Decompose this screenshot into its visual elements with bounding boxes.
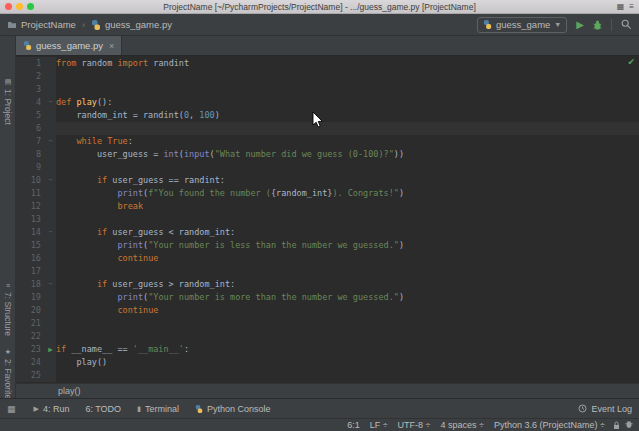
code-line-12[interactable]: 12 break: [16, 200, 639, 213]
lock-icon[interactable]: [613, 421, 620, 430]
breadcrumb-project[interactable]: ProjectName: [21, 19, 76, 30]
code-text[interactable]: random_int = randint(0, 100): [56, 109, 639, 122]
line-number[interactable]: 20: [16, 304, 45, 317]
code-editor[interactable]: 1from random import randint234−def play(…: [16, 56, 639, 383]
code-text[interactable]: if __name__ == '__main__':: [56, 343, 639, 356]
fold-marker-icon[interactable]: −: [45, 226, 56, 239]
sidebar-item-structure[interactable]: ≡ 7: Structure: [0, 282, 16, 336]
code-text[interactable]: [56, 330, 639, 343]
code-text[interactable]: if user_guess == randint:: [56, 174, 639, 187]
code-text[interactable]: print(f"You found the number ({random_in…: [56, 187, 639, 200]
line-number[interactable]: 22: [16, 330, 45, 343]
line-number[interactable]: 19: [16, 291, 45, 304]
code-line-9[interactable]: 9: [16, 161, 639, 174]
line-number[interactable]: 5: [16, 109, 45, 122]
code-line-11[interactable]: 11 print(f"You found the number ({random…: [16, 187, 639, 200]
code-line-1[interactable]: 1from random import randint: [16, 57, 639, 70]
run-configuration-select[interactable]: guess_game ▼: [477, 17, 567, 33]
line-number[interactable]: 12: [16, 200, 45, 213]
toolwindow-switcher-icon[interactable]: ▦: [7, 404, 16, 414]
code-line-19[interactable]: 19 print("Your number is more than the n…: [16, 291, 639, 304]
scope-breadcrumb[interactable]: play(): [58, 386, 81, 396]
code-text[interactable]: if user_guess > random_int:: [56, 278, 639, 291]
code-text[interactable]: user_guess = int(input("What number did …: [56, 148, 639, 161]
code-text[interactable]: if user_guess < random_int:: [56, 226, 639, 239]
code-text[interactable]: [56, 265, 639, 278]
line-number[interactable]: 6: [16, 122, 45, 135]
line-number[interactable]: 1: [16, 57, 45, 70]
code-text[interactable]: print("Your number is more than the numb…: [56, 291, 639, 304]
caret-position-widget[interactable]: 6:1: [347, 420, 360, 430]
code-text[interactable]: play(): [56, 356, 639, 369]
code-line-3[interactable]: 3: [16, 83, 639, 96]
line-number[interactable]: 16: [16, 252, 45, 265]
line-number[interactable]: 23: [16, 343, 45, 356]
code-line-18[interactable]: 18− if user_guess > random_int:: [16, 278, 639, 291]
line-number[interactable]: 4: [16, 96, 45, 109]
code-text[interactable]: [56, 213, 639, 226]
code-text[interactable]: def play():: [56, 96, 639, 109]
code-line-6[interactable]: 6: [16, 122, 639, 135]
code-text[interactable]: [56, 161, 639, 174]
line-number[interactable]: 14: [16, 226, 45, 239]
code-line-20[interactable]: 20 continue: [16, 304, 639, 317]
code-text[interactable]: from random import randint: [56, 57, 639, 70]
close-tab-icon[interactable]: ×: [107, 41, 114, 51]
code-line-16[interactable]: 16 continue: [16, 252, 639, 265]
toolwindow-button-terminal[interactable]: ▮ Terminal: [137, 404, 179, 414]
close-window-button[interactable]: [5, 3, 12, 10]
toolwindow-button-run[interactable]: ▶ 4: Run: [34, 404, 70, 414]
code-text[interactable]: [56, 317, 639, 330]
sidebar-item-project[interactable]: ▤ 1: Project: [0, 78, 16, 125]
code-line-2[interactable]: 2: [16, 70, 639, 83]
tab-guess-game[interactable]: guess_game.py ×: [16, 36, 122, 55]
indent-widget[interactable]: 4 spaces ÷: [441, 420, 484, 430]
code-line-14[interactable]: 14− if user_guess < random_int:: [16, 226, 639, 239]
code-line-13[interactable]: 13: [16, 213, 639, 226]
code-line-25[interactable]: 25: [16, 369, 639, 382]
code-text[interactable]: continue: [56, 304, 639, 317]
run-button[interactable]: ▶: [576, 20, 584, 30]
fold-marker-icon[interactable]: −: [45, 174, 56, 187]
line-number[interactable]: 9: [16, 161, 45, 174]
code-line-23[interactable]: 23▶if __name__ == '__main__':: [16, 343, 639, 356]
debug-button[interactable]: [593, 20, 602, 30]
line-number[interactable]: 18: [16, 278, 45, 291]
code-line-22[interactable]: 22: [16, 330, 639, 343]
hector-inspections-icon[interactable]: [625, 421, 633, 430]
toolwindow-button-event-log[interactable]: Event Log: [578, 404, 632, 414]
code-line-15[interactable]: 15 print("Your number is less than the n…: [16, 239, 639, 252]
line-number[interactable]: 24: [16, 356, 45, 369]
toolwindow-button-python-console[interactable]: Python Console: [195, 404, 271, 414]
line-number[interactable]: 8: [16, 148, 45, 161]
minimize-window-button[interactable]: [16, 3, 23, 10]
line-number[interactable]: 7: [16, 135, 45, 148]
breadcrumb-file[interactable]: guess_game.py: [105, 19, 172, 30]
code-text[interactable]: while True:: [56, 135, 639, 148]
zoom-window-button[interactable]: [27, 3, 34, 10]
line-number[interactable]: 15: [16, 239, 45, 252]
code-text[interactable]: [56, 369, 639, 382]
run-gutter-icon[interactable]: ▶: [45, 343, 56, 356]
sidebar-item-favorites[interactable]: ★ 2: Favorites: [0, 348, 16, 403]
fold-marker-icon[interactable]: −: [45, 278, 56, 291]
line-number[interactable]: 21: [16, 317, 45, 330]
code-text[interactable]: [56, 70, 639, 83]
code-line-4[interactable]: 4−def play():: [16, 96, 639, 109]
line-number[interactable]: 2: [16, 70, 45, 83]
line-number[interactable]: 17: [16, 265, 45, 278]
code-text[interactable]: break: [56, 200, 639, 213]
code-line-8[interactable]: 8 user_guess = int(input("What number di…: [16, 148, 639, 161]
fold-marker-icon[interactable]: −: [45, 96, 56, 109]
toolwindow-button-todo[interactable]: 6: TODO: [85, 404, 121, 414]
code-line-10[interactable]: 10− if user_guess == randint:: [16, 174, 639, 187]
inspection-ok-icon[interactable]: ✔: [627, 58, 635, 67]
line-number[interactable]: 11: [16, 187, 45, 200]
interpreter-widget[interactable]: Python 3.6 (ProjectName) ÷: [494, 420, 605, 430]
line-number[interactable]: 3: [16, 83, 45, 96]
line-number[interactable]: 10: [16, 174, 45, 187]
code-text[interactable]: [56, 83, 639, 96]
code-line-24[interactable]: 24 play(): [16, 356, 639, 369]
code-line-17[interactable]: 17: [16, 265, 639, 278]
code-line-5[interactable]: 5 random_int = randint(0, 100): [16, 109, 639, 122]
